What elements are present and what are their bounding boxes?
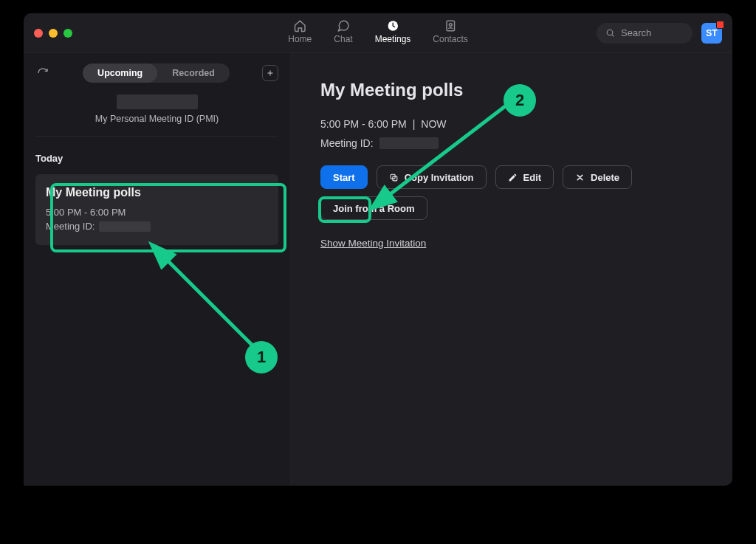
sidebar-top-row: Upcoming Recorded <box>35 63 278 83</box>
meeting-card-title: My Meeting polls <box>46 186 268 199</box>
window-controls <box>24 29 72 38</box>
svg-point-2 <box>449 24 452 27</box>
nav-contacts-label: Contacts <box>433 34 467 44</box>
pmi-number-redacted <box>117 94 198 109</box>
nav-home[interactable]: Home <box>288 18 312 44</box>
action-button-row: Start Copy Invitation Edit Delete <box>320 165 703 189</box>
now-badge: NOW <box>421 118 446 130</box>
show-meeting-invitation-link[interactable]: Show Meeting Invitation <box>320 238 703 249</box>
tab-upcoming[interactable]: Upcoming <box>83 63 157 83</box>
edit-button[interactable]: Edit <box>495 165 554 189</box>
maximize-window-button[interactable] <box>63 29 72 38</box>
copy-invitation-button[interactable]: Copy Invitation <box>377 165 487 189</box>
svg-point-3 <box>607 30 613 35</box>
pmi-block[interactable]: My Personal Meeting ID (PMI) <box>35 90 278 137</box>
plus-icon <box>266 69 275 78</box>
meeting-card-wrapper: My Meeting polls 5:00 PM - 6:00 PM Meeti… <box>35 174 278 245</box>
contacts-icon <box>444 19 457 32</box>
meeting-id-redacted <box>379 137 439 149</box>
search-placeholder: Search <box>621 27 651 38</box>
meeting-time: 5:00 PM - 6:00 PM <box>320 118 407 130</box>
meeting-card-id-redacted <box>99 221 151 232</box>
search-input[interactable]: Search <box>597 23 693 44</box>
edit-label: Edit <box>523 172 542 183</box>
pmi-label: My Personal Meeting ID (PMI) <box>35 114 278 124</box>
close-window-button[interactable] <box>34 29 43 38</box>
delete-label: Delete <box>591 172 619 183</box>
app-window: Home Chat Meetings Contacts Search ST <box>24 13 732 486</box>
window-body: Upcoming Recorded My Personal Meeting ID… <box>24 53 732 486</box>
chat-icon <box>337 19 350 32</box>
join-from-room-button[interactable]: Join from a Room <box>320 196 427 220</box>
x-icon <box>575 173 585 182</box>
start-button[interactable]: Start <box>320 165 368 189</box>
pencil-icon <box>508 173 518 182</box>
nav-chat-label: Chat <box>334 34 352 44</box>
avatar-initials: ST <box>706 28 717 38</box>
meeting-title: My Meeting polls <box>320 80 703 100</box>
refresh-icon <box>37 67 49 79</box>
nav-meetings[interactable]: Meetings <box>375 18 411 44</box>
sidebar-segmented-control: Upcoming Recorded <box>83 63 230 83</box>
nav-meetings-label: Meetings <box>375 34 411 44</box>
minimize-window-button[interactable] <box>49 29 58 38</box>
clock-icon <box>386 19 399 32</box>
meeting-card-id-row: Meeting ID: <box>46 221 268 232</box>
action-button-row-2: Join from a Room <box>320 196 703 220</box>
meeting-id-label: Meeting ID: <box>320 137 374 149</box>
copy-invitation-label: Copy Invitation <box>405 172 474 183</box>
nav-contacts[interactable]: Contacts <box>433 18 467 44</box>
tab-recorded[interactable]: Recorded <box>157 63 230 83</box>
main-pane: My Meeting polls 5:00 PM - 6:00 PM | NOW… <box>291 53 732 486</box>
nav-chat[interactable]: Chat <box>334 18 352 44</box>
today-heading: Today <box>35 144 278 167</box>
separator: | <box>413 118 416 130</box>
meeting-card-id-label: Meeting ID: <box>46 221 94 232</box>
titlebar: Home Chat Meetings Contacts Search ST <box>24 13 732 53</box>
nav-home-label: Home <box>288 34 312 44</box>
refresh-button[interactable] <box>35 67 50 79</box>
top-nav: Home Chat Meetings Contacts <box>288 13 467 53</box>
home-icon <box>293 19 306 32</box>
meeting-card[interactable]: My Meeting polls 5:00 PM - 6:00 PM Meeti… <box>35 174 278 245</box>
delete-button[interactable]: Delete <box>563 165 632 189</box>
meeting-card-time: 5:00 PM - 6:00 PM <box>46 207 268 218</box>
meeting-time-row: 5:00 PM - 6:00 PM | NOW <box>320 118 703 130</box>
meeting-id-row: Meeting ID: <box>320 137 703 149</box>
sidebar: Upcoming Recorded My Personal Meeting ID… <box>24 53 291 486</box>
add-meeting-button[interactable] <box>262 65 278 81</box>
search-icon <box>605 28 615 38</box>
copy-icon <box>389 173 399 182</box>
titlebar-right: Search ST <box>597 23 732 44</box>
avatar[interactable]: ST <box>701 23 722 44</box>
